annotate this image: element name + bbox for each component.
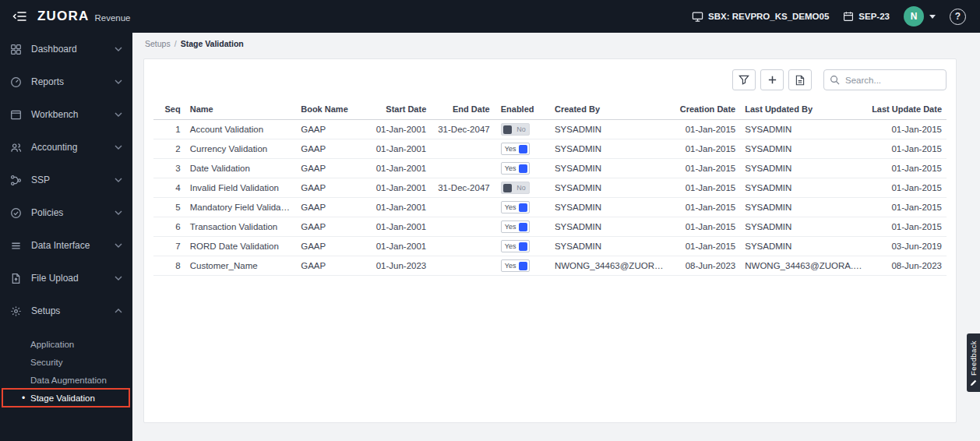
export-button[interactable] xyxy=(788,69,812,90)
cell-book: GAAP xyxy=(296,217,364,237)
cell-start: 01-Jan-2001 xyxy=(364,159,432,178)
cell-start: 01-Jan-2001 xyxy=(364,237,432,256)
sidebar-item-stage-validation[interactable]: • Stage Validation xyxy=(0,389,132,407)
sidebar-item-setups[interactable]: Setups xyxy=(0,295,132,327)
column-header-creation-date[interactable]: Creation Date xyxy=(669,100,741,120)
cell-enabled: No xyxy=(495,178,550,198)
cell-updated_by: SYSADMIN xyxy=(740,120,867,139)
help-button[interactable]: ? xyxy=(950,9,966,25)
cell-enabled: Yes xyxy=(495,159,550,178)
enabled-toggle[interactable]: Yes xyxy=(501,220,530,233)
policies-icon xyxy=(10,207,23,219)
sidebar-item-ssp[interactable]: SSP xyxy=(0,164,132,196)
sidebar-item-policies[interactable]: Policies xyxy=(0,196,132,229)
column-header-last-updated-by[interactable]: Last Updated By xyxy=(740,100,867,120)
column-header-start-date[interactable]: Start Date xyxy=(364,100,432,120)
chevron-down-icon xyxy=(115,112,122,117)
cell-start: 01-Jan-2001 xyxy=(364,198,432,217)
enabled-toggle[interactable]: Yes xyxy=(501,240,530,252)
toggle-knob xyxy=(503,125,512,134)
enabled-toggle[interactable]: No xyxy=(501,123,530,136)
column-header-enabled[interactable]: Enabled xyxy=(495,100,550,120)
sidebar-item-reports[interactable]: Reports xyxy=(0,65,132,98)
filter-button[interactable] xyxy=(732,69,756,90)
column-header-end-date[interactable]: End Date xyxy=(431,100,494,120)
sidebar-item-workbench[interactable]: Workbench xyxy=(0,98,132,131)
column-header-last-update-date[interactable]: Last Update Date xyxy=(867,100,947,120)
toggle-state-label: Yes xyxy=(503,165,518,172)
app-root: ZUORA Revenue SBX: REVPRO_KS_DEMO05 SEP-… xyxy=(0,0,980,441)
sidebar-subitem-label: Data Augmentation xyxy=(30,376,107,385)
table-row[interactable]: 3Date ValidationGAAP01-Jan-2001YesSYSADM… xyxy=(153,159,947,178)
enabled-toggle[interactable]: Yes xyxy=(501,162,530,175)
column-header-book-name[interactable]: Book Name xyxy=(296,100,364,120)
toggle-state-label: No xyxy=(515,126,527,133)
sidebar-item-data-interface[interactable]: Data Interface xyxy=(0,229,132,262)
toggle-knob xyxy=(503,184,512,192)
search-input[interactable] xyxy=(823,69,947,90)
cell-enabled: Yes xyxy=(495,217,550,237)
cell-book: GAAP xyxy=(296,120,364,139)
enabled-toggle[interactable]: Yes xyxy=(501,143,530,155)
toggle-knob xyxy=(519,223,527,231)
cell-seq: 6 xyxy=(153,217,185,237)
feedback-tab[interactable]: Feedback xyxy=(967,333,980,392)
toggle-knob xyxy=(519,242,527,251)
column-header-created-by[interactable]: Created By xyxy=(550,100,669,120)
cell-start: 01-Jan-2001 xyxy=(364,178,432,198)
main-content: Setups / Stage Validation xyxy=(132,33,980,441)
sidebar-item-application[interactable]: Application xyxy=(0,335,132,353)
breadcrumb-setups[interactable]: Setups xyxy=(145,39,171,48)
ssp-icon xyxy=(10,175,23,186)
cell-creation_date: 01-Jan-2015 xyxy=(669,120,741,139)
cell-updated_by: NWONG_34463@ZUORA.COM xyxy=(740,256,867,276)
add-button[interactable] xyxy=(760,69,784,90)
cell-updated_by: SYSADMIN xyxy=(740,237,867,256)
toggle-knob xyxy=(519,164,527,173)
toggle-state-label: Yes xyxy=(503,243,518,250)
cell-end xyxy=(431,159,494,178)
column-header-name[interactable]: Name xyxy=(185,100,297,120)
enabled-toggle[interactable]: No xyxy=(501,182,530,194)
chevron-down-icon xyxy=(115,47,122,51)
cell-enabled: No xyxy=(495,120,550,139)
table-row[interactable]: 5Mandatory Field ValidationGAAP01-Jan-20… xyxy=(153,198,947,217)
cell-book: GAAP xyxy=(296,256,364,276)
cell-name: Currency Validation xyxy=(185,139,297,159)
help-icon: ? xyxy=(955,11,961,22)
enabled-toggle[interactable]: Yes xyxy=(501,259,530,272)
table-row[interactable]: 8Customer_NameGAAP01-Jun-2023YesNWONG_34… xyxy=(153,256,947,276)
cell-name: Transaction Validation xyxy=(185,217,297,237)
cell-creation_date: 01-Jan-2015 xyxy=(669,159,741,178)
file-upload-icon xyxy=(10,273,23,284)
chevron-down-icon xyxy=(115,79,122,84)
sidebar-item-security[interactable]: Security xyxy=(0,353,132,371)
cell-seq: 7 xyxy=(153,237,185,256)
cell-seq: 3 xyxy=(153,159,185,178)
sidebar-collapse-button[interactable] xyxy=(9,8,30,25)
sidebar-item-data-augmentation[interactable]: Data Augmentation xyxy=(0,371,132,389)
cell-updated_by: SYSADMIN xyxy=(740,178,867,198)
chevron-down-icon xyxy=(115,243,122,248)
environment-indicator[interactable]: SBX: REVPRO_KS_DEMO05 xyxy=(692,11,829,23)
table-row[interactable]: 2Currency ValidationGAAP01-Jan-2001YesSY… xyxy=(153,139,947,159)
sidebar-subitem-label: Application xyxy=(30,340,74,349)
cell-end xyxy=(431,198,494,217)
sidebar-item-file-upload[interactable]: File Upload xyxy=(0,262,132,295)
period-selector[interactable]: SEP-23 xyxy=(843,11,890,22)
sidebar-item-dashboard[interactable]: Dashboard xyxy=(0,33,132,65)
cell-updated_by: SYSADMIN xyxy=(740,159,867,178)
table-row[interactable]: 4Invalid Field ValidationGAAP01-Jan-2001… xyxy=(153,178,947,198)
table-row[interactable]: 6Transaction ValidationGAAP01-Jan-2001Ye… xyxy=(153,217,947,237)
cell-start: 01-Jan-2001 xyxy=(364,139,432,159)
column-header-seq[interactable]: Seq xyxy=(153,100,185,120)
sidebar-subitem-label: Stage Validation xyxy=(30,393,95,403)
sidebar-item-label: File Upload xyxy=(31,273,79,284)
table-row[interactable]: 7RORD Date ValidationGAAP01-Jan-2001YesS… xyxy=(153,237,947,256)
user-menu[interactable]: N xyxy=(904,6,936,26)
enabled-toggle[interactable]: Yes xyxy=(501,201,530,213)
cell-book: GAAP xyxy=(296,178,364,198)
toggle-knob xyxy=(519,145,527,153)
table-row[interactable]: 1Account ValidationGAAP01-Jan-200131-Dec… xyxy=(153,120,947,139)
sidebar-item-accounting[interactable]: Accounting xyxy=(0,131,132,164)
